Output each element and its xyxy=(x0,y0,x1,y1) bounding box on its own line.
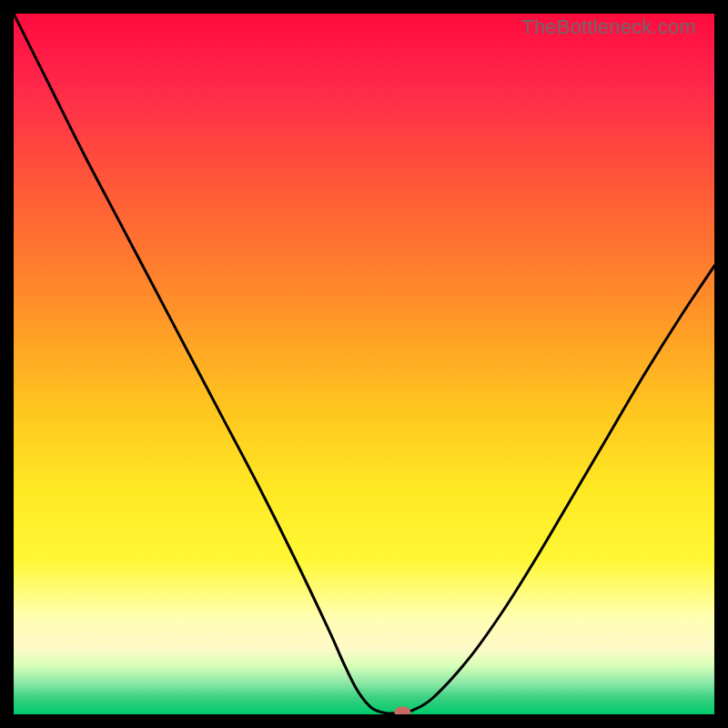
watermark-text: TheBottleneck.com xyxy=(521,15,696,39)
gradient-background xyxy=(14,14,714,714)
chart-frame: TheBottleneck.com xyxy=(14,14,714,714)
bottleneck-chart xyxy=(14,14,714,714)
